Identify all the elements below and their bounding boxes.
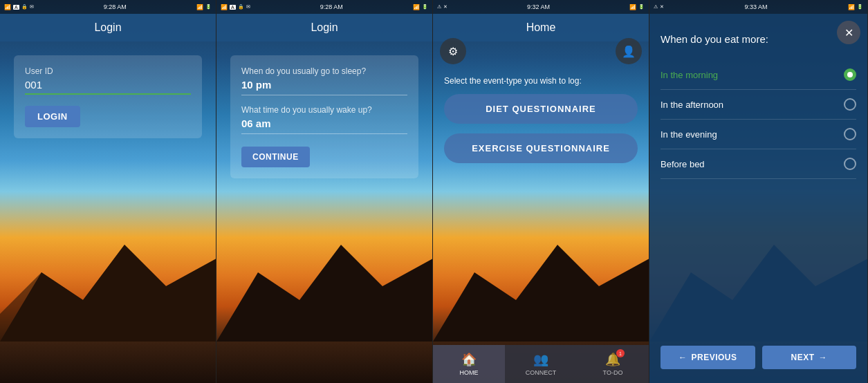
radio-before-bed [844, 158, 856, 170]
select-label: Select the event-type you wish to log: [444, 76, 638, 86]
home-content: Select the event-type you wish to log: D… [433, 69, 649, 180]
gear-icon: ⚙ [448, 45, 458, 58]
arrow-left-icon: ← [678, 353, 687, 362]
radio-evening [844, 128, 856, 140]
status-right-icons-2: 📶 🔋 [413, 4, 428, 10]
radio-morning [844, 68, 856, 81]
questionnaire-overlay: ✕ When do you eat more: In the morning I… [649, 14, 867, 383]
status-left-icons-2: 📶 A 🔒 ✉ [221, 4, 250, 10]
app-title-2: Login [311, 21, 338, 34]
svg-marker-1 [0, 245, 216, 342]
radio-options-list: In the morning In the afternoon In the e… [661, 60, 856, 179]
app-title-1: Login [94, 21, 121, 34]
home-title-bar: Home [433, 14, 649, 41]
radio-afternoon [844, 98, 856, 111]
login-button[interactable]: LOGIN [25, 106, 80, 127]
status-time-3: 9:32 AM [527, 3, 550, 10]
nav-connect-label: CONNECT [526, 369, 557, 376]
continue-button[interactable]: CONTINUE [241, 147, 310, 167]
nav-todo-label: TO-DO [603, 369, 623, 376]
svg-marker-2 [216, 245, 433, 342]
nav-todo[interactable]: 🔔 1 TO-DO [577, 345, 649, 383]
panel-questionnaire: ⚠ ✕ 9:33 AM 📶 🔋 ✕ When do you eat more: … [649, 0, 868, 383]
todo-badge: 1 [616, 349, 625, 357]
option-evening[interactable]: In the evening [661, 120, 856, 149]
status-bar-4: ⚠ ✕ 9:33 AM 📶 🔋 [649, 0, 867, 14]
mountain-silhouette [0, 231, 216, 342]
previous-button[interactable]: ← PREVIOUS [661, 346, 755, 369]
status-time-4: 9:33 AM [744, 3, 767, 10]
close-icon: ✕ [844, 26, 853, 39]
water-reflection-2 [216, 342, 432, 383]
todo-badge-container: 🔔 1 [605, 352, 620, 367]
title-bar-2: Login [216, 14, 432, 41]
panel-login-2: 📶 A 🔒 ✉ 9:28 AM 📶 🔋 Login When do you us… [216, 0, 433, 383]
question-title: When do you eat more: [661, 32, 856, 46]
status-time-1: 9:28 AM [104, 3, 127, 10]
water-reflection [0, 342, 216, 383]
profile-icon: 👤 [622, 45, 636, 58]
home-icon: 🏠 [461, 352, 477, 367]
bottom-navigation: 🏠 HOME 👥 CONNECT 🔔 1 TO-DO [433, 345, 649, 383]
status-bar-3: ⚠ ✕ 9:32 AM 📶 🔋 [433, 0, 649, 14]
mountain-silhouette-2 [216, 231, 433, 342]
radio-inner-morning [847, 72, 853, 77]
option-evening-label: In the evening [661, 129, 717, 140]
panel-home: ⚠ ✕ 9:32 AM 📶 🔋 Home ⚙ 👤 Select the even… [433, 0, 649, 383]
userid-label: User ID [25, 66, 191, 76]
status-left-icons-4: ⚠ ✕ [654, 4, 664, 10]
option-before-bed-label: Before bed [661, 159, 705, 169]
option-morning-label: In the morning [661, 70, 718, 80]
nav-home-label: HOME [460, 369, 479, 376]
arrow-right-icon: → [819, 353, 828, 362]
title-bar-1: Login [0, 14, 216, 41]
diet-questionnaire-button[interactable]: DIET QUESTIONNAIRE [444, 94, 638, 124]
close-button[interactable]: ✕ [837, 21, 860, 44]
home-title: Home [526, 21, 556, 34]
profile-button[interactable]: 👤 [616, 38, 642, 64]
option-morning[interactable]: In the morning [661, 60, 856, 90]
wakeup-question: What time do you usually wake up? [241, 105, 407, 115]
exercise-questionnaire-button[interactable]: EXERCISE QUESTIONNAIRE [444, 133, 638, 163]
status-left-icons: 📶 A 🔒 ✉ [4, 4, 34, 10]
sleep-answer: 10 pm [241, 79, 407, 95]
svg-marker-3 [433, 245, 649, 342]
nav-connect[interactable]: 👥 CONNECT [505, 345, 577, 383]
status-left-icons-3: ⚠ ✕ [437, 4, 447, 10]
status-right-icons-3: 📶 🔋 [629, 4, 645, 10]
panel-login-1: 📶 A 🔒 ✉ 9:28 AM 📶 🔋 Login User ID 001 LO… [0, 0, 216, 383]
nav-home[interactable]: 🏠 HOME [433, 345, 505, 383]
status-right-icons: 📶 🔋 [196, 4, 212, 10]
next-button[interactable]: NEXT → [762, 346, 857, 369]
option-afternoon[interactable]: In the afternoon [661, 90, 856, 120]
wakeup-answer: 06 am [241, 118, 407, 134]
mountain-silhouette-3 [433, 231, 649, 342]
status-bar-2: 📶 A 🔒 ✉ 9:28 AM 📶 🔋 [216, 0, 432, 14]
questionnaire-nav-buttons: ← PREVIOUS NEXT → [661, 346, 856, 369]
userid-value: 001 [25, 79, 191, 95]
login-card: User ID 001 LOGIN [14, 55, 202, 138]
setup-card: When do you usually go to sleep? 10 pm W… [230, 55, 418, 178]
gear-button[interactable]: ⚙ [440, 38, 466, 64]
connect-icon: 👥 [533, 352, 548, 367]
status-time-2: 9:28 AM [320, 3, 343, 10]
sleep-question: When do you usually go to sleep? [241, 66, 407, 76]
status-right-icons-4: 📶 🔋 [848, 4, 863, 10]
status-bar-1: 📶 A 🔒 ✉ 9:28 AM 📶 🔋 [0, 0, 216, 14]
option-before-bed[interactable]: Before bed [661, 149, 856, 179]
option-afternoon-label: In the afternoon [661, 100, 723, 110]
